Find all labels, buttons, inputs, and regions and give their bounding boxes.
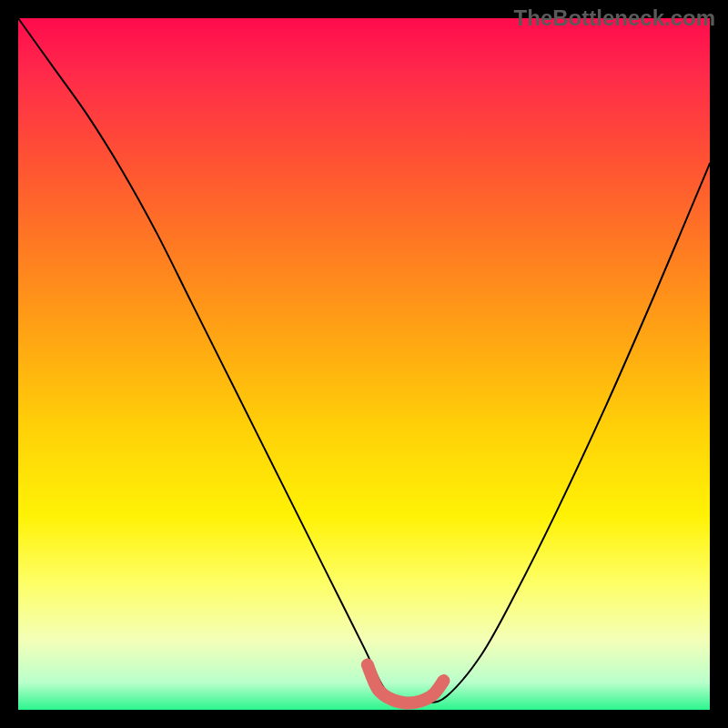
chart-svg [18,18,710,710]
bottleneck-curve-line [18,18,710,704]
chart-gradient-area [18,18,710,710]
highlight-trough-line [368,665,444,703]
watermark-text: TheBottleneck.com [514,5,715,31]
